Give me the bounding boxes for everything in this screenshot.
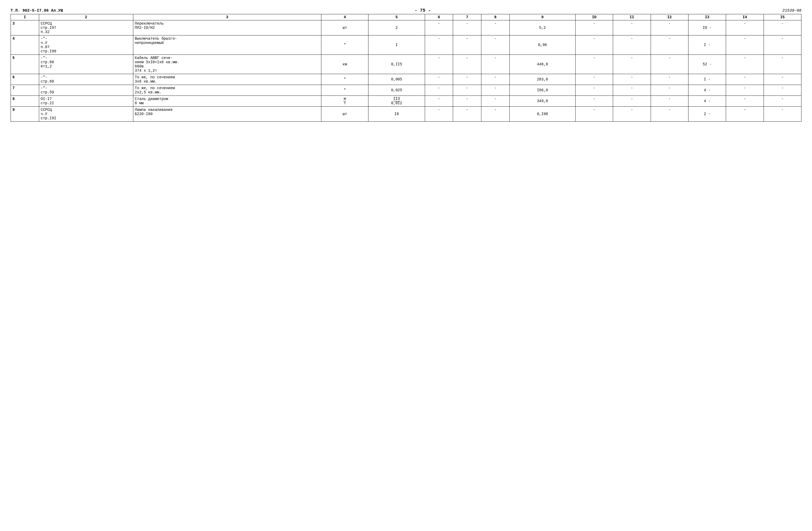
row-source: -"- стр.60 К=1,2 xyxy=(39,55,133,74)
row-col11: - xyxy=(613,96,651,106)
row-col14: - xyxy=(726,20,764,35)
row-col10: - xyxy=(575,20,613,35)
row-col10: - xyxy=(575,35,613,55)
row-col15: - xyxy=(764,55,801,74)
row-col11: - xyxy=(613,85,651,96)
row-unit: " xyxy=(321,85,368,96)
row-col7: - xyxy=(453,106,481,122)
row-col7: - xyxy=(453,74,481,85)
col-header-10: IO xyxy=(575,14,613,20)
col-header-1: I xyxy=(11,14,39,20)
row-col7: - xyxy=(453,35,481,55)
row-unit: " xyxy=(321,35,368,55)
row-col8: - xyxy=(481,74,510,85)
row-col13: IO - xyxy=(688,20,726,35)
row-description: То же, по сечением 3х6 кв.мм. xyxy=(133,74,321,85)
col-header-5: 5 xyxy=(368,14,425,20)
row-col12: - xyxy=(651,106,688,122)
row-number: 6 xyxy=(11,74,39,85)
row-description: То же, по сечением 2х2,5 кв.мм. xyxy=(133,85,321,96)
row-col15: - xyxy=(764,74,801,85)
col-header-4: 4 xyxy=(321,14,368,20)
column-header-row: I 2 3 4 5 6 7 8 9 IO II I2 I3 I4 I5 xyxy=(11,14,801,20)
qty-fraction: II30,0I2 xyxy=(391,97,402,105)
row-col14: - xyxy=(726,74,764,85)
row-col13: 4 - xyxy=(688,96,726,106)
row-unit: шт xyxy=(321,106,368,122)
row-col14: - xyxy=(726,85,764,96)
row-col10: - xyxy=(575,55,613,74)
row-value: 349,0 xyxy=(509,96,575,106)
row-value: 0,I08 xyxy=(509,106,575,122)
row-quantity: 0,005 xyxy=(368,74,425,85)
row-number: 8 xyxy=(11,96,39,106)
row-col13: 2 - xyxy=(688,106,726,122)
row-number: 4 xyxy=(11,35,39,55)
row-col11: - xyxy=(613,106,651,122)
table-row: 8OI-I7 стр.2IСталь диаметром 6 мммтII30,… xyxy=(11,96,801,106)
row-description: Сталь диаметром 6 мм xyxy=(133,96,321,106)
col-header-8: 8 xyxy=(481,14,510,20)
row-col11: - xyxy=(613,74,651,85)
row-col14: - xyxy=(726,106,764,122)
main-table: I 2 3 4 5 6 7 8 9 IO II I2 I3 I4 I5 3ССР… xyxy=(11,14,801,122)
row-col12: - xyxy=(651,20,688,35)
row-value: 448,8 xyxy=(509,55,575,74)
row-col14: - xyxy=(726,55,764,74)
row-value: 283,0 xyxy=(509,74,575,85)
row-col12: - xyxy=(651,96,688,106)
table-row: 7-"- стр.59То же, по сечением 2х2,5 кв.м… xyxy=(11,85,801,96)
row-col15: - xyxy=(764,96,801,106)
row-source: -"- ч.У п.87 стр.I99 xyxy=(39,35,133,55)
row-col14: - xyxy=(726,35,764,55)
col-header-14: I4 xyxy=(726,14,764,20)
row-description: Выключатель брызго- непроницаемый xyxy=(133,35,321,55)
col-header-3: 3 xyxy=(133,14,321,20)
row-col8: - xyxy=(481,96,510,106)
row-col15: - xyxy=(764,35,801,55)
header-right: 21539-08 xyxy=(782,9,801,13)
row-col8: - xyxy=(481,35,510,55)
unit-fraction: мт xyxy=(343,97,346,105)
col-header-7: 7 xyxy=(453,14,481,20)
row-col7: - xyxy=(453,85,481,96)
col-header-6: 6 xyxy=(425,14,453,20)
row-col10: - xyxy=(575,106,613,122)
row-col10: - xyxy=(575,74,613,85)
header-left: Т.П. 902-5-I7.86 Ал.УШ xyxy=(11,9,63,13)
header: Т.П. 902-5-I7.86 Ал.УШ - 75 - 21539-08 xyxy=(11,8,801,13)
row-col11: - xyxy=(613,20,651,35)
table-row: 3ССРСЦ стр.I97 п.32Переключатель ПП2-IO/… xyxy=(11,20,801,35)
row-source: -"- стр.60 xyxy=(39,74,133,85)
row-col6: - xyxy=(425,96,453,106)
row-col11: - xyxy=(613,35,651,55)
row-col8: - xyxy=(481,55,510,74)
row-col13: I - xyxy=(688,74,726,85)
row-col6: - xyxy=(425,106,453,122)
table-row: 6-"- стр.60То же, по сечением 3х6 кв.мм.… xyxy=(11,74,801,85)
row-value: 0,96 xyxy=(509,35,575,55)
row-col11: - xyxy=(613,55,651,74)
col-header-12: I2 xyxy=(651,14,688,20)
row-col12: - xyxy=(651,35,688,55)
row-quantity: 2 xyxy=(368,20,425,35)
row-number: 7 xyxy=(11,85,39,96)
row-unit: мт xyxy=(321,96,368,106)
col-header-11: II xyxy=(613,14,651,20)
row-col8: - xyxy=(481,106,510,122)
table-row: 9ССРСЦ ч.У стр.I9IЛампа накаливания Б220… xyxy=(11,106,801,122)
col-header-9: 9 xyxy=(509,14,575,20)
row-description: Переключатель ПП2-IO/H2 xyxy=(133,20,321,35)
row-col14: - xyxy=(726,96,764,106)
row-col6: - xyxy=(425,55,453,74)
row-col13: 52 - xyxy=(688,55,726,74)
row-col12: - xyxy=(651,85,688,96)
row-unit: шт xyxy=(321,20,368,35)
row-number: 3 xyxy=(11,20,39,35)
row-col15: - xyxy=(764,106,801,122)
row-source: -"- стр.59 xyxy=(39,85,133,96)
row-col12: - xyxy=(651,55,688,74)
row-description: Кабель АВВГ сече- нием 3хI0+Iх6 кв.мм. 6… xyxy=(133,55,321,74)
row-col6: - xyxy=(425,35,453,55)
row-col6: - xyxy=(425,74,453,85)
